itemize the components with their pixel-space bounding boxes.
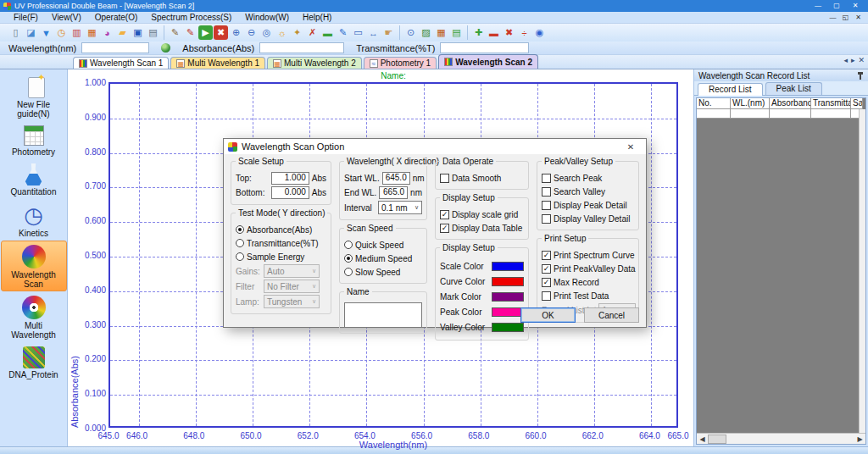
- bar-chart-icon[interactable]: ▦: [85, 25, 99, 40]
- mark-color-swatch[interactable]: [492, 292, 524, 302]
- divide-curve-icon[interactable]: ÷: [517, 25, 531, 40]
- scale-top-input[interactable]: 1.000: [271, 172, 309, 185]
- sample-energy-radio[interactable]: Sample Energy: [236, 251, 326, 263]
- record-panel-tab-record-list[interactable]: Record List: [698, 83, 763, 96]
- connect-icon[interactable]: ✎: [168, 25, 182, 40]
- multiply-curve-icon[interactable]: ✖: [502, 25, 516, 40]
- data-table-icon[interactable]: ▦: [434, 25, 448, 40]
- tab-scroll-right-button[interactable]: ▸: [851, 56, 855, 64]
- print-report-icon[interactable]: ▤: [449, 25, 464, 40]
- display-scale-grid-checkbox[interactable]: ✓Display scale grid: [440, 208, 524, 220]
- display-valley-detail-checkbox[interactable]: Display Valley Detail: [542, 213, 634, 224]
- menu-file-f[interactable]: File(F): [7, 13, 45, 22]
- new-file-icon[interactable]: ▯: [8, 25, 23, 40]
- report-edit-icon[interactable]: ▨: [419, 25, 433, 40]
- column-header-sa[interactable]: Sa: [851, 98, 863, 109]
- record-panel-tab-peak-list[interactable]: Peak List: [765, 82, 822, 95]
- scale-bottom-input[interactable]: 0.000: [271, 186, 309, 199]
- tools-icon[interactable]: ✦: [290, 25, 304, 40]
- open-folder-icon[interactable]: ▰: [115, 25, 130, 40]
- peak-color-swatch[interactable]: [492, 307, 524, 317]
- dialog-close-icon[interactable]: ✕: [620, 142, 642, 152]
- search-peak-checkbox[interactable]: Search Peak: [542, 172, 634, 184]
- column-header-absorbance[interactable]: Absorbance(: [770, 98, 811, 109]
- display-peak-detail-checkbox[interactable]: Display Peak Detail: [542, 199, 634, 211]
- sidebar-item-kinetics[interactable]: ◷Kinetics: [1, 199, 67, 241]
- column-header-no[interactable]: No.: [697, 98, 731, 109]
- disconnect-icon[interactable]: ✎: [183, 25, 198, 40]
- tab-wavelength-scan-1[interactable]: Wavelength Scan 1: [73, 57, 169, 69]
- baseline-icon[interactable]: ▭: [351, 25, 365, 40]
- column-header-transmittan[interactable]: Transmittan: [811, 98, 851, 109]
- cancel-button[interactable]: Cancel: [584, 307, 639, 323]
- hscroll-left-icon[interactable]: ◀: [697, 435, 708, 443]
- baseline-correct-icon[interactable]: ☛: [381, 25, 396, 40]
- lamp-icon[interactable]: ☼: [275, 25, 289, 40]
- dialog-title-bar[interactable]: Wavelength Scan Option ✕: [224, 139, 646, 154]
- tab-wavelength-scan-2[interactable]: Wavelength Scan 2: [438, 54, 538, 69]
- peak-pick-icon[interactable]: ↔: [366, 25, 381, 40]
- zoom-out-icon[interactable]: ⊖: [244, 25, 259, 40]
- transmittance-t-radio[interactable]: Transmittance(%T): [236, 237, 326, 249]
- multi-wavelength-icon[interactable]: ▥: [70, 25, 84, 40]
- quantitation-flask-icon[interactable]: ▼: [39, 25, 53, 40]
- normalize-icon[interactable]: ◉: [532, 25, 547, 40]
- record-table-vscrollbar[interactable]: [859, 109, 865, 433]
- absorbance-abs-radio[interactable]: Absorbance(Abs): [236, 224, 326, 235]
- menu-operate-o[interactable]: Operate(O): [88, 13, 145, 22]
- display-mode-icon[interactable]: ▬: [320, 25, 335, 40]
- hscroll-thumb[interactable]: [708, 435, 726, 444]
- kinetics-clock-icon[interactable]: ◷: [54, 25, 69, 40]
- display-data-table-checkbox[interactable]: ✓Display Data Table: [440, 222, 524, 234]
- subtract-curve-icon[interactable]: ▬: [487, 25, 501, 40]
- menu-help-h[interactable]: Help(H): [296, 13, 338, 22]
- mdi-minimize-button[interactable]: —: [826, 14, 839, 21]
- start-wl-input[interactable]: 645.0: [382, 172, 410, 185]
- max-record-checkbox[interactable]: ✓Max Record: [542, 276, 634, 288]
- sidebar-item-quantitation[interactable]: Quantitation: [1, 159, 67, 199]
- sidebar-item-photometry[interactable]: Photometry: [1, 121, 67, 159]
- menu-view-v[interactable]: View(V): [45, 13, 88, 22]
- clear-curve-icon[interactable]: ✗: [305, 25, 320, 40]
- menu-window-w[interactable]: Window(W): [238, 13, 296, 22]
- print-peakvalley-data-checkbox[interactable]: ✓Print PeakValley Data: [542, 263, 634, 274]
- slow-speed-radio[interactable]: Slow Speed: [344, 266, 422, 278]
- end-wl-input[interactable]: 665.0: [379, 186, 408, 199]
- absorbance-readout-field[interactable]: [259, 42, 344, 53]
- print-spectrum-curve-checkbox[interactable]: ✓Print Spectrum Curve: [542, 249, 634, 261]
- tab-multi-wavelength-1[interactable]: ▦Multi Wavelength 1: [170, 57, 265, 69]
- zoom-reset-icon[interactable]: ◎: [259, 25, 274, 40]
- medium-speed-radio[interactable]: Medium Speed: [344, 252, 422, 264]
- sidebar-item-new-file-guide-n[interactable]: New File guide(N): [1, 73, 67, 121]
- scale-color-swatch[interactable]: [492, 262, 524, 271]
- start-test-icon[interactable]: ▶: [198, 25, 213, 40]
- zoom-in-icon[interactable]: ⊕: [229, 25, 243, 40]
- ok-button[interactable]: OK: [520, 307, 576, 323]
- sidebar-item-multi-wavelength[interactable]: Multi Wavelength: [1, 291, 67, 342]
- mdi-restore-button[interactable]: ◱: [839, 14, 852, 21]
- scan-name-input[interactable]: [344, 302, 422, 328]
- minimize-button[interactable]: —: [809, 0, 827, 12]
- photometry-colors-icon[interactable]: ◕: [100, 25, 114, 40]
- print-test-data-checkbox[interactable]: Print Test Data: [542, 290, 634, 302]
- tab-scroll-left-button[interactable]: ◂: [843, 56, 848, 64]
- stop-test-icon[interactable]: ✖: [214, 25, 228, 40]
- column-header-wl-nm[interactable]: WL.(nm): [731, 98, 770, 109]
- save-icon[interactable]: ▣: [131, 25, 145, 40]
- search-record-icon[interactable]: ⊙: [403, 25, 418, 40]
- data-smooth-checkbox[interactable]: Data Smooth: [440, 172, 524, 184]
- quick-speed-radio[interactable]: Quick Speed: [344, 239, 422, 251]
- interval-select[interactable]: 0.1 nm∨: [378, 201, 422, 214]
- mdi-close-button[interactable]: ✕: [852, 14, 865, 21]
- search-valley-checkbox[interactable]: Search Valley: [542, 185, 634, 197]
- close-button[interactable]: ✕: [846, 0, 865, 12]
- maximize-button[interactable]: ▢: [827, 0, 846, 12]
- add-curve-icon[interactable]: ✚: [471, 25, 486, 40]
- sidebar-item-dna-protein[interactable]: DNA_Protein: [1, 342, 67, 382]
- menu-spectrum-process-s[interactable]: Spectrum Process(S): [144, 13, 238, 22]
- valley-color-swatch[interactable]: [492, 323, 524, 332]
- measure-go-icon[interactable]: [161, 43, 170, 53]
- pin-icon[interactable]: [857, 72, 864, 80]
- curve-color-swatch[interactable]: [492, 277, 524, 286]
- sidebar-item-wavelength-scan[interactable]: Wavelength Scan: [1, 241, 67, 291]
